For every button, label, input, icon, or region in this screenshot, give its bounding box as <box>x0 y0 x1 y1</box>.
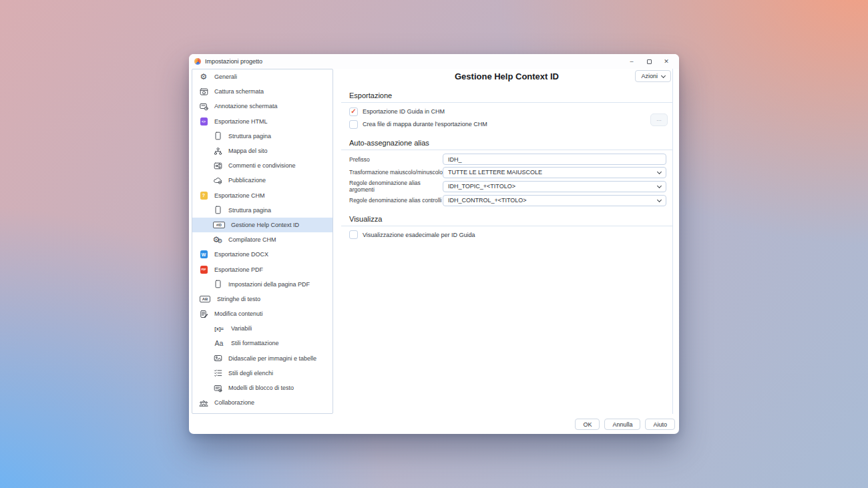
form-row-trasformazione: Trasformazione maiuscolo/minuscolo TUTTE… <box>349 167 672 178</box>
sidebar-item-collaborazione[interactable]: Collaborazione <box>192 395 333 410</box>
prefisso-input[interactable] <box>443 154 666 165</box>
minimize-button[interactable]: – <box>623 55 640 67</box>
section-header-esportazione: Esportazione <box>341 91 672 103</box>
screenshot-icon <box>198 87 210 96</box>
form-row-prefisso: Prefisso <box>349 154 672 165</box>
chevron-down-icon <box>657 197 662 202</box>
sidebar-item-gestione-help-context-id[interactable]: #ID Gestione Help Context ID <box>192 218 333 232</box>
sidebar-item-struttura-pagina-html[interactable]: Struttura pagina <box>192 129 333 144</box>
checkbox-row-crea-file-mappa: Crea file di mappa durante l'esportazion… <box>349 119 672 129</box>
maximize-button[interactable] <box>640 55 658 67</box>
page-title: Gestione Help Context ID <box>341 69 672 81</box>
browse-button[interactable]: ... <box>650 113 668 126</box>
sidebar-item-esportazione-docx[interactable]: W Esportazione DOCX <box>192 247 333 262</box>
share-icon <box>212 161 224 170</box>
sidebar-item-struttura-pagina-chm[interactable]: Struttura pagina <box>192 203 333 218</box>
section-header-visualizza: Visualizza <box>341 215 672 226</box>
sidebar-item-impostazioni-pagina-pdf[interactable]: Impostazioni della pagina PDF <box>192 277 333 292</box>
id-badge-icon: #ID <box>212 220 226 230</box>
panel-divider <box>672 69 673 414</box>
checkbox-export-id-guida[interactable]: ✓ <box>349 107 358 116</box>
window-title: Impostazioni progetto <box>205 58 262 65</box>
actions-dropdown-button[interactable]: Azioni <box>635 70 671 82</box>
page-icon <box>212 132 224 141</box>
sidebar-item-mappa-del-sito[interactable]: Mappa del sito <box>192 144 333 158</box>
window-titlebar: Impostazioni progetto – ✕ <box>189 54 679 69</box>
html-file-icon: <> <box>198 117 210 126</box>
help-button[interactable]: Aiuto <box>645 419 675 430</box>
ok-button[interactable]: OK <box>575 419 600 430</box>
pdf-file-icon: PDF <box>198 265 210 274</box>
sidebar-item-stili-degli-elenchi[interactable]: Stili degli elenchi <box>192 366 333 381</box>
sidebar-item-cattura-schermata[interactable]: Cattura schermata <box>192 84 333 99</box>
project-settings-dialog: Impostazioni progetto – ✕ ⚙ Generali Cat… <box>189 54 679 434</box>
gear-icon: ⚙ <box>198 72 210 81</box>
form-row-regole-alias-argomenti: Regole denominazione alias argomenti IDH… <box>349 180 672 193</box>
sidebar-item-modifica-contenuti[interactable]: Modifica contenuti <box>192 306 333 321</box>
window-controls: – ✕ <box>623 55 675 67</box>
regole-alias-controlli-select[interactable]: IDH_CONTROL_+<TITOLO> <box>443 195 666 206</box>
image-caption-icon <box>212 354 224 363</box>
gears-icon: ⚙⚙ <box>212 235 224 244</box>
sidebar-item-annotazione-schermata[interactable]: Annotazione schermata <box>192 99 333 113</box>
checklist-icon <box>212 369 224 378</box>
sidebar-item-esportazione-pdf[interactable]: PDF Esportazione PDF <box>192 262 333 276</box>
checkbox-row-visualizzazione-esadecimale: Visualizzazione esadecimale per ID Guida <box>349 230 672 240</box>
sitemap-icon <box>212 146 224 156</box>
app-logo-icon <box>194 58 201 65</box>
page-icon <box>212 280 224 289</box>
variable-icon: [x]= <box>212 324 226 333</box>
settings-sidebar: ⚙ Generali Cattura schermata Annotazione… <box>192 69 333 414</box>
sidebar-item-pubblicazione[interactable]: Pubblicazione <box>192 173 333 188</box>
cloud-upload-icon <box>212 176 224 185</box>
check-icon: ✓ <box>351 108 356 115</box>
regole-alias-argomenti-select[interactable]: IDH_TOPIC_+<TITOLO> <box>443 181 666 192</box>
docx-file-icon: W <box>198 250 210 259</box>
sidebar-item-compilatore-chm[interactable]: ⚙⚙ Compilatore CHM <box>192 232 333 247</box>
font-style-icon: Aa <box>212 338 226 348</box>
close-button[interactable]: ✕ <box>658 55 675 67</box>
text-block-template-icon <box>212 383 224 393</box>
sidebar-item-stringhe-di-testo[interactable]: AB Stringhe di testo <box>192 292 333 306</box>
sidebar-item-modelli-blocco-testo[interactable]: Modelli di blocco di testo <box>192 381 333 395</box>
checkbox-row-export-id-guida: ✓ Esportazione ID Guida in CHM <box>349 107 672 116</box>
people-icon <box>198 398 210 407</box>
sidebar-item-didascalie-immagini-tabelle[interactable]: Didascalie per immagini e tabelle <box>192 351 333 366</box>
checkbox-crea-file-mappa[interactable] <box>349 120 358 129</box>
cancel-button[interactable]: Annulla <box>604 419 640 430</box>
form-row-regole-alias-controlli: Regole denominazione alias controlli IDH… <box>349 195 672 206</box>
chm-file-icon: ? <box>198 191 210 200</box>
trasformazione-select[interactable]: TUTTE LE LETTERE MAIUSCOLE <box>443 167 666 178</box>
edit-document-icon <box>198 309 210 318</box>
sidebar-item-commenti-e-condivisione[interactable]: Commenti e condivisione <box>192 158 333 173</box>
section-header-auto-assegnazione-alias: Auto-assegnazione alias <box>341 139 672 150</box>
ab-text-icon: AB <box>198 294 212 304</box>
chevron-down-icon <box>657 169 662 174</box>
checkbox-visualizzazione-esadecimale[interactable] <box>349 230 358 239</box>
sidebar-item-variabili[interactable]: [x]= Variabili <box>192 321 333 336</box>
sidebar-item-stili-formattazione[interactable]: Aa Stili formattazione <box>192 336 333 350</box>
sidebar-item-esportazione-chm[interactable]: ? Esportazione CHM <box>192 188 333 203</box>
chevron-down-icon <box>661 73 666 77</box>
page-icon <box>212 206 224 215</box>
sidebar-item-esportazione-html[interactable]: <> Esportazione HTML <box>192 114 333 129</box>
sidebar-item-generali[interactable]: ⚙ Generali <box>192 69 333 84</box>
dialog-footer: OK Annulla Aiuto <box>575 419 675 430</box>
maximize-icon <box>647 59 652 64</box>
desktop-background: Impostazioni progetto – ✕ ⚙ Generali Cat… <box>0 0 868 488</box>
settings-main-panel: Gestione Help Context ID Azioni Esportaz… <box>341 69 672 240</box>
screen-annotation-icon <box>198 101 210 111</box>
chevron-down-icon <box>657 183 662 188</box>
